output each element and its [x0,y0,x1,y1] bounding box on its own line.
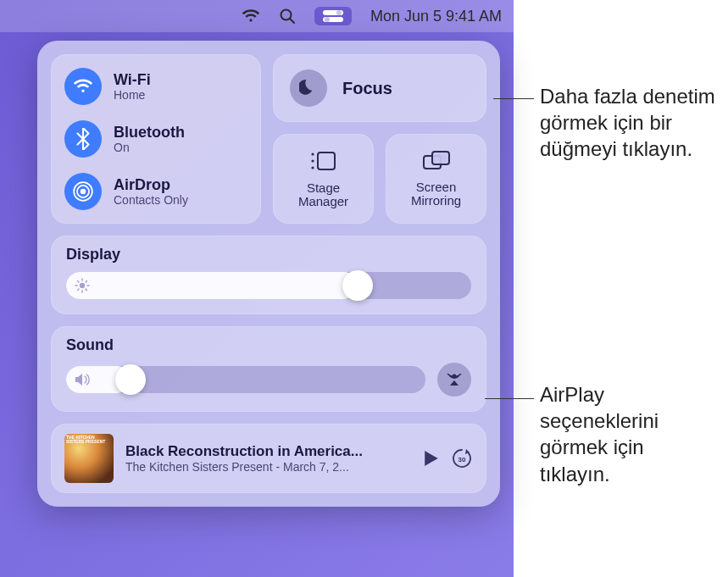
airdrop-status: Contacts Only [114,193,188,207]
svg-point-10 [311,153,314,155]
focus-button[interactable]: Focus [273,54,486,122]
now-playing-artwork: THE KITCHEN SISTERS PRESENT [64,434,114,483]
wifi-label: Wi-Fi [114,71,151,89]
wifi-toggle[interactable]: Wi-Fi Home [63,63,249,110]
menubar-datetime[interactable]: Mon Jun 5 9:41 AM [370,8,502,25]
display-title: Display [66,246,471,264]
svg-rect-14 [432,152,449,164]
svg-point-11 [311,159,314,162]
bluetooth-label: Bluetooth [114,124,185,141]
airdrop-toggle[interactable]: AirDrop Contacts Only [63,168,249,215]
bluetooth-status: On [114,141,185,154]
display-brightness-slider[interactable] [66,272,471,299]
volume-icon [75,373,92,386]
display-panel: Display [51,236,486,314]
callout-line [493,98,534,99]
moon-icon [290,69,327,107]
svg-text:30: 30 [458,456,466,463]
sound-panel: Sound [51,326,486,412]
desktop-background: Mon Jun 5 9:41 AM Wi-Fi Home [0,0,514,577]
callout-airplay: AirPlay seçeneklerini görmek için tıklay… [540,381,718,487]
airplay-audio-button[interactable] [437,363,471,397]
sound-volume-slider[interactable] [66,366,425,393]
svg-point-5 [325,17,330,22]
svg-line-23 [86,281,87,283]
bluetooth-icon [64,120,102,158]
callout-line [485,398,534,399]
svg-point-6 [81,189,86,195]
svg-point-3 [336,10,342,15]
screen-mirroring-button[interactable]: Screen Mirroring [386,134,486,224]
wifi-icon [64,68,102,105]
menubar: Mon Jun 5 9:41 AM [0,0,514,32]
sound-title: Sound [66,336,471,354]
callout-focus: Daha fazla denetim görmek için bir düğme… [540,83,718,163]
spotlight-icon[interactable] [279,8,296,25]
focus-label: Focus [342,79,392,98]
svg-point-0 [281,10,291,20]
airplay-icon [444,369,464,391]
svg-line-22 [78,289,80,291]
svg-rect-9 [318,153,335,169]
svg-point-12 [311,166,314,169]
brightness-icon [75,278,90,293]
bluetooth-toggle[interactable]: Bluetooth On [63,115,249,163]
wifi-status: Home [114,88,151,102]
stage-manager-label: Stage Manager [298,181,348,209]
svg-line-21 [86,289,87,291]
stage-manager-button[interactable]: Stage Manager [273,134,374,224]
screen-mirroring-icon [422,150,451,175]
now-playing-subtitle: The Kitchen Sisters Present - March 7, 2… [125,460,412,474]
now-playing-title: Black Reconstruction in America... [125,443,412,460]
airdrop-icon [64,173,102,210]
skip-forward-30-button[interactable]: 30 [451,447,473,469]
now-playing-panel[interactable]: THE KITCHEN SISTERS PRESENT Black Recons… [51,424,486,493]
screen-mirroring-label: Screen Mirroring [411,180,461,208]
airdrop-label: AirDrop [114,176,188,194]
svg-line-20 [78,281,80,283]
control-center-menubar-icon[interactable] [314,7,352,25]
play-button[interactable] [424,450,439,467]
wifi-menubar-icon[interactable] [242,9,260,23]
control-center-panel: Wi-Fi Home Bluetooth On [37,41,500,507]
svg-line-1 [290,19,294,24]
svg-point-15 [80,283,85,288]
connectivity-panel: Wi-Fi Home Bluetooth On [51,54,261,224]
stage-manager-icon [309,149,338,176]
